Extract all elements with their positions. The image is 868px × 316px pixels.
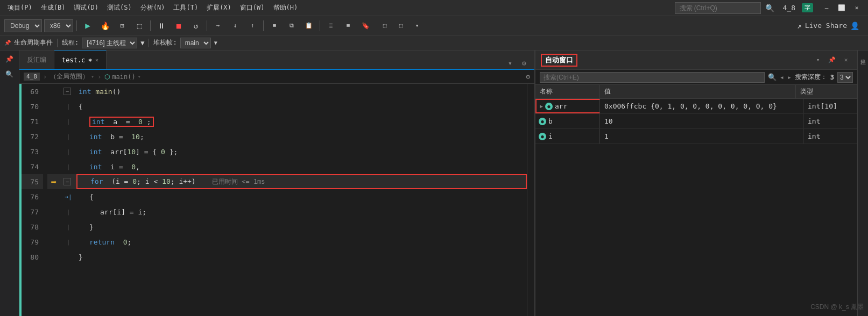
code-int-74: int bbox=[89, 163, 102, 171]
step-out-button[interactable]: ↑ bbox=[245, 19, 260, 33]
gutter-78 bbox=[47, 219, 60, 234]
panel-close-button[interactable]: ✕ bbox=[840, 54, 852, 66]
tb-extra-2[interactable]: ⬚ bbox=[393, 19, 408, 33]
code-line-79: return 0; bbox=[76, 234, 527, 249]
gutter-73 bbox=[47, 144, 60, 159]
menu-item-analyze[interactable]: 分析(N) bbox=[137, 2, 168, 13]
code-10arr-73: 10 bbox=[127, 148, 136, 156]
breadcrumb-settings-button[interactable]: ⚙ bbox=[526, 73, 530, 81]
menu-item-window[interactable]: 窗口(W) bbox=[237, 2, 268, 13]
align-left-button[interactable]: ≣ bbox=[323, 19, 338, 33]
menu-item-debug[interactable]: 调试(D) bbox=[70, 2, 102, 13]
autos-row-arr[interactable]: ▶ ● arr 0x006ffcbc {0, 1, 0, 0, 0, 0, 0,… bbox=[535, 99, 857, 114]
autos-name-arr: ▶ ● arr bbox=[535, 99, 600, 113]
breadcrumb-scope[interactable]: （全局范围） ▾ bbox=[50, 72, 94, 81]
code-arr-77: arr[i] bbox=[100, 208, 125, 216]
restart-button[interactable]: ↺ bbox=[188, 19, 203, 33]
step-in-button[interactable]: ↓ bbox=[228, 19, 243, 33]
autos-table: 名称 值 类型 ▶ ● arr 0x006ffcbc {0, 1, 0, 0, … bbox=[535, 85, 857, 316]
restore-button[interactable]: ⬜ bbox=[835, 2, 849, 14]
close-button[interactable]: ✕ bbox=[850, 2, 864, 14]
autos-row-b[interactable]: ● b 10 int bbox=[535, 114, 857, 129]
autos-type-b: int bbox=[803, 114, 857, 128]
line-num-77: 77 bbox=[22, 204, 43, 219]
toolbar-sep-1 bbox=[76, 20, 77, 31]
copy-button[interactable]: ⧉ bbox=[284, 19, 299, 33]
code-0i-74: 0 bbox=[131, 163, 136, 171]
pause-button[interactable]: ⏸ bbox=[154, 19, 169, 33]
screen-record-button[interactable]: ⬚ bbox=[132, 19, 147, 33]
menu-item-extensions[interactable]: 扩展(X) bbox=[203, 2, 235, 13]
thread-dropdown[interactable]: [4716] 主线程 bbox=[82, 38, 137, 48]
tab-test-c-close[interactable]: ✕ bbox=[95, 57, 98, 63]
attach-button[interactable]: ⊡ bbox=[115, 19, 130, 33]
code-int-73: int bbox=[89, 148, 102, 156]
breadcrumb-fn[interactable]: ⬡ main() ▾ bbox=[104, 73, 140, 81]
code-kw-69: int bbox=[79, 88, 91, 96]
fold-marker-69[interactable]: − bbox=[63, 88, 71, 95]
tab-disassembly[interactable]: 反汇编 bbox=[19, 51, 54, 69]
gutter-72 bbox=[47, 129, 60, 144]
gutter-74 bbox=[47, 159, 60, 174]
minimize-button[interactable]: — bbox=[820, 2, 834, 14]
breadcrumb-scope-arrow: ▾ bbox=[91, 74, 94, 80]
debug-config-dropdown[interactable]: Debug bbox=[4, 19, 42, 32]
breadcrumb-end: ⚙ bbox=[526, 73, 530, 81]
menu-search-input[interactable] bbox=[675, 2, 761, 14]
paste-button[interactable]: 📋 bbox=[301, 19, 316, 33]
autos-row-i[interactable]: ● i 1 int bbox=[535, 129, 857, 144]
code-indent-79: return 0; bbox=[89, 238, 131, 246]
tab-test-c-label: test.c bbox=[62, 56, 85, 64]
debug-sep-1 bbox=[57, 39, 58, 47]
code-a-71: a bbox=[113, 118, 117, 126]
fold-80 bbox=[60, 249, 76, 264]
pin-icon: 📌 bbox=[4, 40, 11, 46]
code-indent-76: { bbox=[89, 193, 94, 201]
tab-settings-button[interactable]: ⚙ bbox=[518, 57, 530, 69]
tb-extra-3[interactable]: ▾ bbox=[410, 19, 425, 33]
editor-scrollbar[interactable] bbox=[527, 84, 534, 316]
panel-pin-button[interactable]: 📌 bbox=[826, 54, 838, 66]
sidebar-search-button[interactable]: 🔍 bbox=[2, 68, 17, 81]
menu-item-test[interactable]: 测试(S) bbox=[104, 2, 135, 13]
format-button[interactable]: ≡ bbox=[267, 19, 282, 33]
gutter-69 bbox=[47, 84, 60, 99]
autos-nav-next[interactable]: ▸ bbox=[787, 73, 792, 81]
autos-nav-prev[interactable]: ◂ bbox=[780, 73, 784, 81]
platform-dropdown[interactable]: x86 bbox=[44, 19, 73, 32]
autos-search-input[interactable] bbox=[540, 72, 765, 83]
i-var-icon: ● bbox=[539, 133, 546, 140]
arr-expand-icon[interactable]: ▶ bbox=[540, 103, 543, 109]
version-badge: 字 bbox=[802, 3, 813, 12]
code-return-79: return bbox=[89, 238, 115, 246]
align-right-button[interactable]: ≡ bbox=[341, 19, 356, 33]
breadcrumb-bar: 4_8 › （全局范围） ▾ › ⬡ main() ▾ ⚙ bbox=[19, 70, 534, 84]
tb-extra-1[interactable]: ⬚ bbox=[377, 19, 392, 33]
continue-button[interactable]: ▶ bbox=[80, 19, 95, 33]
code-line-75: for (i = 0; i < 10; i++) 已用时间 <= 1ms bbox=[76, 174, 527, 189]
i-name-label: i bbox=[548, 132, 553, 140]
code-line-78: } bbox=[76, 219, 527, 234]
code-fn-69: main bbox=[95, 88, 112, 96]
live-share-button[interactable]: ↗ Live Share 👤 bbox=[793, 20, 864, 31]
breadcrumb-fn-icon: ⬡ bbox=[104, 73, 110, 81]
autos-depth-label: 搜索深度： bbox=[795, 73, 827, 82]
thread-label: 线程: bbox=[62, 38, 79, 47]
fold-marker-75[interactable]: − bbox=[63, 178, 71, 185]
tab-test-c[interactable]: test.c ✱ ✕ bbox=[54, 51, 107, 69]
stack-dropdown[interactable]: main bbox=[180, 38, 211, 48]
bookmark-button[interactable]: 🔖 bbox=[358, 19, 373, 33]
menu-item-help[interactable]: 帮助(H) bbox=[270, 2, 301, 13]
tab-dropdown-button[interactable]: ▾ bbox=[504, 57, 516, 69]
panel-dropdown-button[interactable]: ▾ bbox=[812, 54, 824, 66]
autos-depth-dropdown[interactable]: 3 bbox=[837, 72, 853, 83]
menu-item-build[interactable]: 生成(B) bbox=[38, 2, 69, 13]
hot-reload-button[interactable]: 🔥 bbox=[97, 19, 112, 33]
menu-item-project[interactable]: 项目(P) bbox=[4, 2, 36, 13]
sidebar-pin-button[interactable]: 📌 bbox=[2, 53, 17, 66]
menu-bar: 项目(P) 生成(B) 调试(D) 测试(S) 分析(N) 工具(T) 扩展(X… bbox=[0, 0, 868, 16]
step-over-button[interactable]: → bbox=[210, 19, 225, 33]
code-arr-73: arr[ bbox=[110, 148, 127, 156]
stop-button[interactable]: ■ bbox=[171, 19, 186, 33]
menu-item-tools[interactable]: 工具(T) bbox=[170, 2, 201, 13]
